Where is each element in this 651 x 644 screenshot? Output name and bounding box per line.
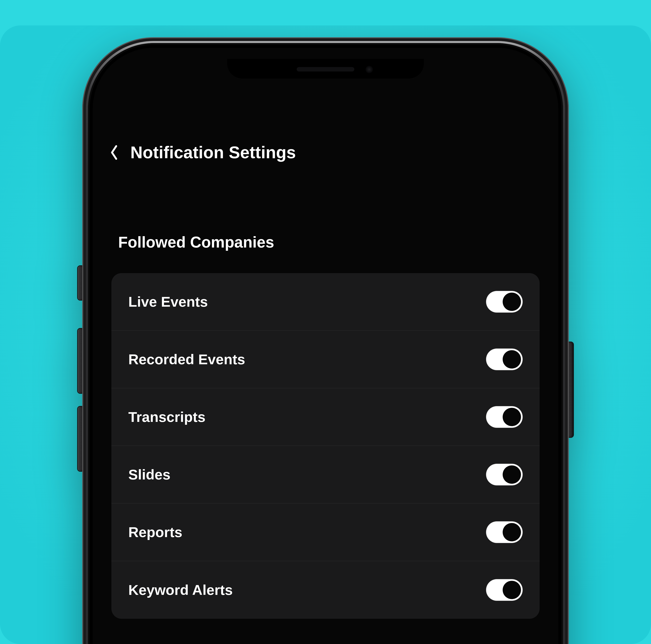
setting-label: Slides (128, 466, 170, 483)
settings-group-followed-companies: Live Events Recorded Events (112, 273, 539, 619)
back-button[interactable] (110, 145, 119, 160)
toggle-keyword-alerts[interactable] (486, 579, 523, 601)
setting-label: Recorded Events (128, 351, 245, 368)
toggle-knob (503, 581, 521, 599)
setting-row-live-events: Live Events (112, 273, 539, 331)
toggle-knob (503, 350, 521, 368)
toggle-knob (503, 293, 521, 311)
setting-label: Live Events (128, 294, 208, 310)
toggle-knob (503, 465, 521, 484)
setting-row-transcripts: Transcripts (112, 388, 539, 446)
setting-label: Transcripts (128, 409, 206, 425)
toggle-recorded-events[interactable] (486, 349, 523, 370)
stage-background: Notification Settings Followed Companies… (0, 25, 651, 644)
setting-label: Reports (128, 524, 182, 541)
page-title: Notification Settings (130, 143, 296, 162)
setting-row-reports: Reports (112, 504, 539, 561)
setting-row-keyword-alerts: Keyword Alerts (112, 561, 539, 619)
toggle-live-events[interactable] (486, 291, 523, 313)
toggle-slides[interactable] (486, 464, 523, 485)
setting-row-recorded-events: Recorded Events (112, 331, 539, 388)
toggle-reports[interactable] (486, 521, 523, 543)
app-root: Notification Settings Followed Companies… (93, 48, 558, 644)
header: Notification Settings (93, 143, 558, 162)
toggle-transcripts[interactable] (486, 406, 523, 428)
device-notch (227, 59, 424, 78)
toggle-knob (503, 408, 521, 426)
device-mockup: Notification Settings Followed Companies… (82, 37, 569, 644)
section-heading-followed-companies: Followed Companies (93, 233, 558, 251)
toggle-knob (503, 523, 521, 541)
screen: Notification Settings Followed Companies… (93, 48, 558, 644)
setting-row-slides: Slides (112, 446, 539, 504)
setting-label: Keyword Alerts (128, 582, 233, 598)
chevron-left-icon (110, 145, 119, 160)
